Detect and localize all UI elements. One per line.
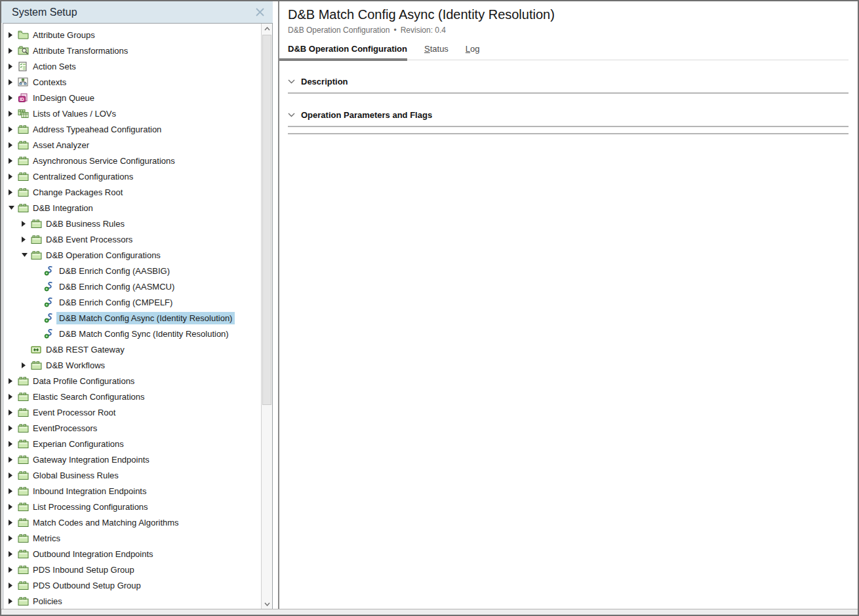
tree-item[interactable]: List Processing Configurations bbox=[3, 499, 262, 514]
tree-item[interactable]: Inbound Integration Endpoints bbox=[3, 483, 262, 499]
expand-arrow-icon[interactable] bbox=[9, 32, 18, 38]
close-icon[interactable] bbox=[255, 7, 265, 17]
expand-arrow-icon[interactable] bbox=[22, 237, 31, 242]
tree-item[interactable]: D&B Enrich Config (CMPELF) bbox=[3, 294, 262, 310]
tree-item[interactable]: Address Typeahead Configuration bbox=[3, 121, 262, 137]
chevron-down-icon[interactable] bbox=[288, 113, 295, 117]
setup-group-icon bbox=[31, 250, 43, 260]
tree-item-label: Action Sets bbox=[30, 60, 79, 73]
tree-item[interactable]: Attribute Transformations bbox=[3, 43, 262, 58]
scrollbar-thumb[interactable] bbox=[262, 35, 271, 405]
expand-arrow-icon[interactable] bbox=[9, 79, 18, 85]
tree-item[interactable]: Change Packages Root bbox=[3, 184, 262, 200]
tree-item[interactable]: Outbound Integration Endpoints bbox=[3, 546, 262, 562]
tree-item[interactable]: PDS Outbound Setup Group bbox=[3, 577, 262, 593]
expand-arrow-icon[interactable] bbox=[22, 362, 31, 368]
tree-item[interactable]: Asset Analyzer bbox=[3, 137, 262, 153]
tree-item-label: D&B Operation Configurations bbox=[43, 249, 163, 261]
tree-item-label: EventProcessors bbox=[30, 422, 100, 434]
expand-arrow-icon[interactable] bbox=[9, 583, 18, 588]
expand-arrow-icon[interactable] bbox=[9, 441, 18, 447]
expand-arrow-icon[interactable] bbox=[22, 221, 31, 227]
tree-item[interactable]: D&B Operation Configurations bbox=[3, 247, 262, 263]
tree-item-label: Match Codes and Matching Algorithms bbox=[30, 516, 182, 529]
setup-group-icon bbox=[18, 471, 30, 480]
expand-arrow-icon[interactable] bbox=[9, 158, 18, 164]
tree-item[interactable]: Experian Configurations bbox=[3, 436, 262, 452]
tree-item[interactable]: D&B Integration bbox=[3, 200, 262, 216]
expand-arrow-icon[interactable] bbox=[9, 142, 18, 148]
tree-item[interactable]: Global Business Rules bbox=[3, 467, 262, 483]
tab-status[interactable]: Status bbox=[424, 44, 449, 54]
tree-item-label: Elastic Search Configurations bbox=[30, 391, 148, 403]
expand-arrow-icon[interactable] bbox=[9, 598, 18, 604]
tree-item[interactable]: Asynchronous Service Configurations bbox=[3, 153, 262, 168]
tree-item[interactable]: D&B Business Rules bbox=[3, 216, 262, 231]
indesign-icon: ID bbox=[18, 93, 30, 103]
expand-arrow-icon[interactable] bbox=[9, 551, 18, 557]
scroll-down-icon[interactable] bbox=[262, 599, 272, 609]
tree-item[interactable]: EventProcessors bbox=[3, 420, 262, 436]
expand-arrow-icon[interactable] bbox=[9, 48, 18, 54]
tree-item[interactable]: D&B Workflows bbox=[3, 357, 262, 373]
tree-item[interactable]: Data Profile Configurations bbox=[3, 373, 262, 389]
description-table bbox=[288, 92, 849, 94]
scroll-up-icon[interactable] bbox=[262, 24, 272, 33]
tree-item[interactable]: Metrics bbox=[3, 530, 262, 546]
tree-item[interactable]: Contexts bbox=[3, 74, 262, 90]
app-window: System Setup Attribute GroupsAttribute T… bbox=[0, 0, 859, 616]
expand-arrow-icon[interactable] bbox=[9, 174, 18, 180]
tree-item[interactable]: Attribute Groups bbox=[3, 27, 262, 43]
tree-item[interactable]: Centralized Configurations bbox=[3, 168, 262, 184]
panel-header: System Setup bbox=[1, 1, 273, 23]
tree-item[interactable]: Event Processor Root bbox=[3, 404, 262, 420]
tree-item[interactable]: Gateway Integration Endpoints bbox=[3, 452, 262, 467]
expand-arrow-icon[interactable] bbox=[9, 111, 18, 117]
expand-arrow-icon[interactable] bbox=[9, 378, 18, 384]
setup-group-icon bbox=[18, 376, 30, 385]
expand-arrow-icon[interactable] bbox=[9, 567, 18, 573]
expand-arrow-icon[interactable] bbox=[9, 425, 18, 431]
tree-item[interactable]: D&B Enrich Config (AASMCU) bbox=[3, 279, 262, 294]
expand-arrow-icon[interactable] bbox=[9, 488, 18, 494]
expand-arrow-icon[interactable] bbox=[9, 394, 18, 400]
setup-group-icon bbox=[31, 360, 43, 370]
tree-item[interactable]: IDInDesign Queue bbox=[3, 90, 262, 106]
page-title: D&B Match Config Async (Identity Resolut… bbox=[288, 7, 849, 22]
tree-item-label: D&B Enrich Config (AASMCU) bbox=[56, 280, 177, 293]
tree-item[interactable]: D&B REST Gateway bbox=[3, 341, 262, 357]
expand-arrow-icon[interactable] bbox=[9, 535, 18, 541]
expand-arrow-icon[interactable] bbox=[9, 472, 18, 478]
collapse-arrow-icon[interactable] bbox=[22, 253, 31, 257]
expand-arrow-icon[interactable] bbox=[9, 504, 18, 510]
expand-arrow-icon[interactable] bbox=[9, 457, 18, 463]
tree-item[interactable]: Action Sets bbox=[3, 58, 262, 74]
page-subtitle: D&B Operation Configuration•Revision: 0.… bbox=[288, 26, 849, 35]
expand-arrow-icon[interactable] bbox=[9, 95, 18, 101]
tab-log[interactable]: Log bbox=[466, 44, 480, 54]
tree-item[interactable]: Elastic Search Configurations bbox=[3, 389, 262, 404]
chevron-down-icon[interactable] bbox=[288, 79, 295, 84]
expand-arrow-icon[interactable] bbox=[9, 64, 18, 69]
expand-arrow-icon[interactable] bbox=[9, 189, 18, 195]
expand-arrow-icon[interactable] bbox=[9, 126, 18, 132]
tab-d-b-operation-configuration[interactable]: D&B Operation Configuration bbox=[288, 44, 407, 54]
tree-item-label: Data Profile Configurations bbox=[30, 375, 137, 387]
tree-item[interactable]: D&B Event Processors bbox=[3, 231, 262, 247]
tree-item[interactable]: D&B Enrich Config (AASBIG) bbox=[3, 263, 262, 279]
tree-scrollbar[interactable] bbox=[261, 24, 272, 609]
tree-item[interactable]: PDS Inbound Setup Group bbox=[3, 562, 262, 577]
expand-arrow-icon[interactable] bbox=[9, 520, 18, 526]
tree-item[interactable]: D&B Match Config Async (Identity Resolut… bbox=[3, 310, 262, 326]
tree-item-label: D&B Integration bbox=[30, 202, 96, 214]
tree-item[interactable]: Match Codes and Matching Algorithms bbox=[3, 514, 262, 530]
setup-group-icon bbox=[18, 581, 30, 590]
operation-parameters-table bbox=[288, 126, 849, 127]
tree-item[interactable]: Lists of Values / LOVs bbox=[3, 106, 262, 121]
collapse-arrow-icon[interactable] bbox=[9, 206, 18, 210]
tree-item-label: Metrics bbox=[30, 532, 63, 545]
expand-arrow-icon[interactable] bbox=[9, 410, 18, 415]
tree-item[interactable]: D&B Match Config Sync (Identity Resoluti… bbox=[3, 326, 262, 341]
tree-item[interactable]: Policies bbox=[3, 593, 262, 609]
lov-icon bbox=[18, 109, 30, 119]
